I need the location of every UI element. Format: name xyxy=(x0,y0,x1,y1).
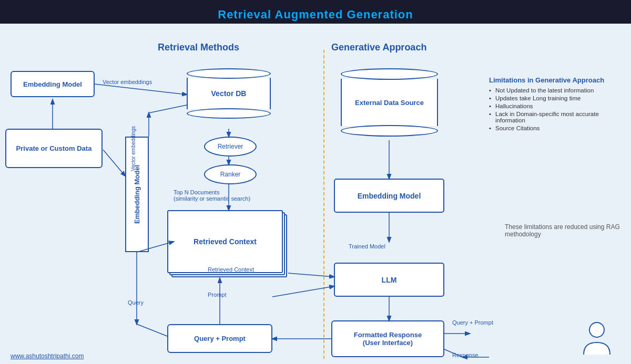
limitation-item-5: Source Citations xyxy=(489,125,620,131)
rag-note: These limitations are reduced using RAG … xyxy=(505,223,620,238)
prompt-arrow-label: Prompt xyxy=(208,292,226,298)
limitation-item-1: Not Updated to the latest information xyxy=(489,87,620,93)
llm-box: LLM xyxy=(334,263,444,297)
svg-line-17 xyxy=(137,324,167,336)
embedding-model-vertical: Embedding Model xyxy=(125,137,149,252)
content-area: Retrieval Methods Generative Approach Em… xyxy=(0,24,631,364)
vector-db: Vector DB xyxy=(187,68,271,119)
response-label: Response xyxy=(452,352,479,358)
query-prompt-label: Query + Prompt xyxy=(452,319,493,326)
external-data-source: External Data Source xyxy=(341,68,438,137)
svg-line-3 xyxy=(103,150,125,176)
limitations-box: Limitations in Generative Approach Not U… xyxy=(489,76,620,133)
limitations-list: Not Updated to the latest information Up… xyxy=(489,87,620,131)
ranker-box: Ranker xyxy=(204,164,257,184)
retrieval-header: Retrieval Methods xyxy=(158,42,239,53)
person-icon xyxy=(581,320,613,362)
limitation-item-2: Updates take Long training time xyxy=(489,95,620,101)
generative-header: Generative Approach xyxy=(331,42,426,53)
vector-embeddings-label: Vector embeddings xyxy=(103,79,152,85)
main-container: Retrieval Augmented Generation Retrieval… xyxy=(0,0,631,364)
page-title: Retrieval Augmented Generation xyxy=(218,3,413,22)
svg-line-12 xyxy=(288,273,334,277)
retrieved-context-arrow-label: Retrieved Context xyxy=(208,266,254,273)
retriever-box: Retriever xyxy=(204,137,257,157)
formatted-response-box: Formatted Response (User Interface) xyxy=(331,320,444,357)
vector-embeddings-label2: Vector embeddings xyxy=(130,126,136,171)
embedding-model-left: Embedding Model xyxy=(11,71,95,97)
svg-line-5 xyxy=(149,105,187,113)
limitations-title: Limitations in Generative Approach xyxy=(489,76,620,84)
trained-model-label: Trained Model xyxy=(349,243,385,249)
svg-point-0 xyxy=(589,323,604,337)
footer-link[interactable]: www.ashutoshtripathi.com xyxy=(11,352,84,360)
query-label: Query xyxy=(128,299,144,306)
query-prompt-box: Query + Prompt xyxy=(167,324,272,353)
divider-line xyxy=(323,50,324,359)
svg-line-13 xyxy=(272,286,334,297)
private-data-box: Private or Custom Data xyxy=(5,129,103,168)
embedding-model-right: Embedding Model xyxy=(334,179,444,213)
svg-line-1 xyxy=(95,84,187,95)
top-n-docs-label: Top N Documents (similarity or semantic … xyxy=(174,189,250,202)
arrows-overlay xyxy=(0,24,631,364)
limitation-item-4: Lack in Domain-specific most accurate in… xyxy=(489,111,620,123)
limitation-item-3: Hallucinations xyxy=(489,103,620,109)
